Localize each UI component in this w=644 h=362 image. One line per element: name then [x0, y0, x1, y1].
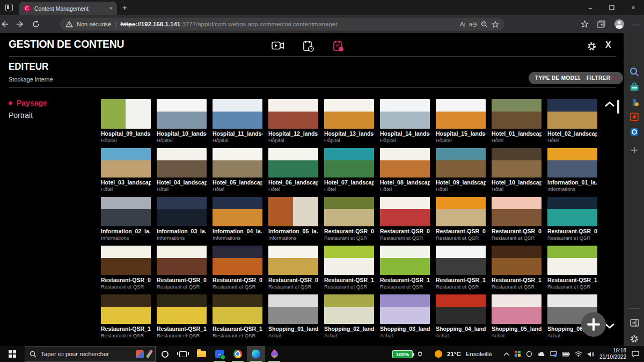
start-button[interactable]	[0, 346, 25, 362]
sidebar-settings-gear-icon[interactable]	[629, 334, 640, 344]
template-thumbnail[interactable]	[436, 246, 486, 275]
template-card[interactable]: Information_01_la...Informations	[547, 148, 597, 192]
template-card[interactable]: Restaurant-QSR_0...Restaurant et QSR	[436, 197, 486, 241]
template-thumbnail[interactable]	[157, 294, 207, 324]
refresh-button[interactable]	[32, 20, 48, 28]
template-thumbnail[interactable]	[380, 294, 430, 324]
template-card[interactable]: Restaurant-QSR_15...Restaurant et QSR	[213, 294, 262, 338]
video-input-icon[interactable]	[271, 40, 285, 52]
template-thumbnail[interactable]	[547, 246, 597, 275]
template-card[interactable]: Shopping_04_land...Achat	[436, 294, 486, 338]
template-thumbnail[interactable]	[436, 197, 486, 226]
template-card[interactable]: Shopping_01_lands...Achat	[268, 294, 318, 338]
template-thumbnail[interactable]	[492, 99, 541, 129]
template-card[interactable]: Information_02_la...Informations	[101, 197, 151, 241]
template-thumbnail[interactable]	[324, 99, 374, 129]
template-card[interactable]: Hotel_04_landscapeHôtel	[157, 148, 207, 192]
template-card[interactable]: Hotel_09_landscapeHôtel	[436, 148, 486, 192]
orientation-tab-portrait[interactable]: Portrait	[9, 111, 33, 120]
tab-actions-icon[interactable]	[5, 4, 13, 11]
template-thumbnail[interactable]	[157, 99, 207, 129]
notification-center-icon[interactable]	[631, 350, 640, 358]
read-aloud-icon[interactable]: A)	[460, 21, 465, 27]
schedule-icon[interactable]	[302, 40, 315, 52]
sidebar-panel-icon[interactable]	[629, 317, 640, 328]
template-thumbnail[interactable]	[380, 197, 430, 226]
tab-close-icon[interactable]: ×	[109, 5, 113, 11]
template-card[interactable]: Information_03_la...Informations	[157, 197, 207, 241]
filter-button[interactable]: FILTRER	[580, 72, 623, 84]
template-card[interactable]: Restaurant-QSR_0...Restaurant et QSR	[268, 246, 318, 290]
template-thumbnail[interactable]	[213, 197, 262, 226]
template-card[interactable]: Hospital_13_landsc...Hôpital	[324, 99, 374, 143]
template-card[interactable]: Information_04_la...Informations	[213, 197, 262, 241]
template-thumbnail[interactable]	[101, 197, 151, 226]
template-card[interactable]: Hotel_07_landscapeHôtel	[324, 148, 374, 192]
sidebar-search-icon[interactable]	[629, 67, 640, 77]
window-minimize-button[interactable]: –	[580, 0, 601, 15]
template-card[interactable]: Hospital_10_landsc...Hôpital	[157, 99, 207, 143]
template-thumbnail[interactable]	[101, 148, 151, 178]
back-button[interactable]	[0, 20, 16, 28]
scroll-up-icon[interactable]	[603, 100, 616, 109]
chrome-button[interactable]	[229, 346, 247, 362]
template-thumbnail[interactable]	[380, 246, 430, 275]
browser-tab[interactable]: Content Management ×	[19, 2, 117, 15]
template-card[interactable]: Restaurant-QSR_0...Restaurant et QSR	[380, 197, 430, 241]
window-close-button[interactable]: ×	[623, 0, 644, 15]
template-card[interactable]: Restaurant-QSR_15...Restaurant et QSR	[157, 294, 207, 338]
wifi-icon[interactable]	[575, 351, 582, 357]
template-thumbnail[interactable]	[324, 246, 374, 275]
window-maximize-button[interactable]	[601, 0, 623, 15]
template-card[interactable]: Restaurant-QSR_14...Restaurant et QSR	[547, 246, 597, 290]
template-thumbnail[interactable]	[492, 294, 541, 324]
favorites-icon[interactable]	[581, 20, 589, 28]
template-card[interactable]: Restaurant-QSR_11...Restaurant et QSR	[380, 246, 430, 290]
template-thumbnail[interactable]	[492, 197, 541, 226]
template-card[interactable]: Hotel_05_landscapeHôtel	[213, 148, 262, 192]
template-thumbnail[interactable]	[547, 99, 597, 129]
template-thumbnail[interactable]	[101, 99, 151, 129]
template-thumbnail[interactable]	[157, 246, 207, 275]
taskbar-search[interactable]: Taper ici pour rechercher	[25, 346, 156, 362]
template-card[interactable]: Information_05_la...Informations	[268, 197, 318, 241]
template-thumbnail[interactable]	[213, 246, 262, 275]
template-card[interactable]: Restaurant-QSR_12...Restaurant et QSR	[436, 246, 486, 290]
edge-button[interactable]	[247, 346, 265, 362]
template-card[interactable]: Restaurant-QSR_15...Restaurant et QSR	[101, 294, 151, 338]
template-card[interactable]: Restaurant-QSR_0...Restaurant et QSR	[101, 246, 151, 290]
template-card[interactable]: Restaurant-QSR_01...Restaurant et QSR	[324, 197, 374, 241]
sidebar-shopping-icon[interactable]	[629, 82, 640, 92]
template-thumbnail[interactable]	[268, 246, 318, 275]
add-content-fab[interactable]	[581, 312, 606, 337]
tray-device-icon[interactable]	[526, 351, 532, 357]
paint-button[interactable]	[265, 346, 283, 362]
template-card[interactable]: Restaurant-QSR_10...Restaurant et QSR	[324, 246, 374, 290]
template-thumbnail[interactable]	[547, 148, 597, 178]
template-card[interactable]: Shopping_03_land...Achat	[380, 294, 430, 338]
template-thumbnail[interactable]	[380, 148, 430, 178]
profile-avatar[interactable]	[614, 19, 624, 29]
template-card[interactable]: Hotel_10_landscapeHôtel	[492, 148, 541, 192]
taskbar-clock[interactable]: 16:1821/10/2022	[599, 348, 626, 360]
tray-app-colored-icon[interactable]	[515, 351, 521, 357]
collections-icon[interactable]	[597, 20, 606, 28]
template-thumbnail[interactable]	[213, 294, 262, 324]
app-settings-gear-icon[interactable]	[587, 42, 596, 51]
volume-icon[interactable]	[587, 351, 595, 357]
zoom-out-icon[interactable]	[481, 21, 488, 28]
template-thumbnail[interactable]	[101, 294, 151, 324]
new-tab-button[interactable]: +	[122, 3, 127, 11]
template-thumbnail[interactable]	[268, 197, 318, 226]
address-bar[interactable]: Non sécurisé | https://192.168.1.141:377…	[60, 18, 504, 31]
grid-scrollbar[interactable]	[617, 100, 619, 114]
translate-icon[interactable]: a	[469, 21, 477, 28]
template-thumbnail[interactable]	[213, 99, 262, 129]
template-thumbnail[interactable]	[157, 197, 207, 226]
template-thumbnail[interactable]	[268, 294, 318, 324]
template-card[interactable]: Restaurant-QSR_0...Restaurant et QSR	[492, 197, 541, 241]
template-card[interactable]: Hotel_08_landscapeHôtel	[380, 148, 430, 192]
sidebar-office-icon[interactable]	[629, 112, 640, 122]
template-thumbnail[interactable]	[101, 246, 151, 275]
template-thumbnail[interactable]	[157, 148, 207, 178]
